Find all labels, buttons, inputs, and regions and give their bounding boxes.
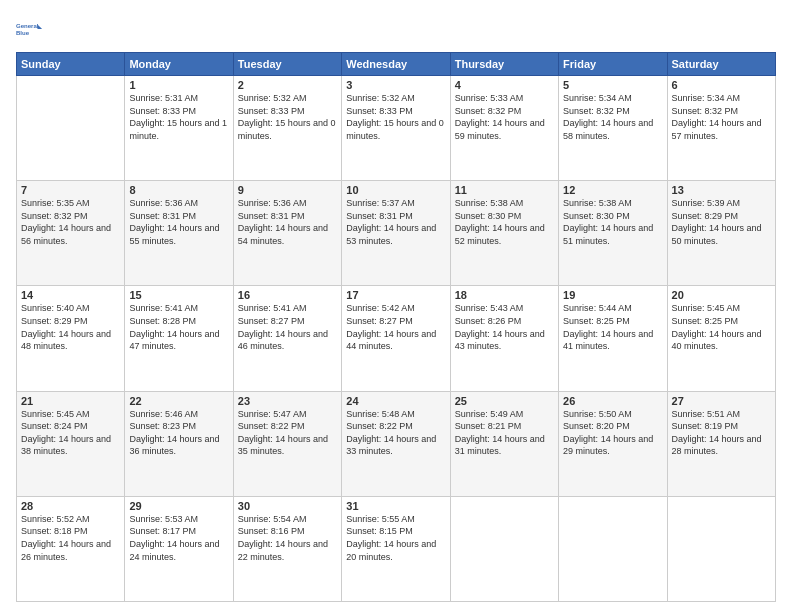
day-info: Sunrise: 5:32 AMSunset: 8:33 PMDaylight:… (346, 92, 445, 142)
day-info: Sunrise: 5:38 AMSunset: 8:30 PMDaylight:… (563, 197, 662, 247)
weekday-header-friday: Friday (559, 53, 667, 76)
weekday-header-tuesday: Tuesday (233, 53, 341, 76)
page: GeneralBlue SundayMondayTuesdayWednesday… (0, 0, 792, 612)
weekday-header-thursday: Thursday (450, 53, 558, 76)
calendar-cell (667, 496, 775, 601)
day-info: Sunrise: 5:37 AMSunset: 8:31 PMDaylight:… (346, 197, 445, 247)
day-number: 7 (21, 184, 120, 196)
day-number: 13 (672, 184, 771, 196)
calendar-cell: 28Sunrise: 5:52 AMSunset: 8:18 PMDayligh… (17, 496, 125, 601)
day-info: Sunrise: 5:44 AMSunset: 8:25 PMDaylight:… (563, 302, 662, 352)
logo-icon: GeneralBlue (16, 16, 44, 44)
day-number: 9 (238, 184, 337, 196)
day-number: 24 (346, 395, 445, 407)
day-number: 26 (563, 395, 662, 407)
day-number: 12 (563, 184, 662, 196)
week-row-3: 14Sunrise: 5:40 AMSunset: 8:29 PMDayligh… (17, 286, 776, 391)
day-info: Sunrise: 5:51 AMSunset: 8:19 PMDaylight:… (672, 408, 771, 458)
calendar-cell: 23Sunrise: 5:47 AMSunset: 8:22 PMDayligh… (233, 391, 341, 496)
svg-text:General: General (16, 23, 39, 29)
weekday-header-sunday: Sunday (17, 53, 125, 76)
day-number: 14 (21, 289, 120, 301)
day-number: 22 (129, 395, 228, 407)
calendar-cell: 31Sunrise: 5:55 AMSunset: 8:15 PMDayligh… (342, 496, 450, 601)
day-info: Sunrise: 5:38 AMSunset: 8:30 PMDaylight:… (455, 197, 554, 247)
day-info: Sunrise: 5:42 AMSunset: 8:27 PMDaylight:… (346, 302, 445, 352)
day-number: 15 (129, 289, 228, 301)
calendar-cell: 18Sunrise: 5:43 AMSunset: 8:26 PMDayligh… (450, 286, 558, 391)
calendar-cell (559, 496, 667, 601)
day-number: 27 (672, 395, 771, 407)
day-number: 21 (21, 395, 120, 407)
weekday-header-saturday: Saturday (667, 53, 775, 76)
day-info: Sunrise: 5:49 AMSunset: 8:21 PMDaylight:… (455, 408, 554, 458)
svg-text:Blue: Blue (16, 30, 30, 36)
calendar-cell: 16Sunrise: 5:41 AMSunset: 8:27 PMDayligh… (233, 286, 341, 391)
day-info: Sunrise: 5:55 AMSunset: 8:15 PMDaylight:… (346, 513, 445, 563)
day-info: Sunrise: 5:52 AMSunset: 8:18 PMDaylight:… (21, 513, 120, 563)
day-info: Sunrise: 5:41 AMSunset: 8:28 PMDaylight:… (129, 302, 228, 352)
week-row-5: 28Sunrise: 5:52 AMSunset: 8:18 PMDayligh… (17, 496, 776, 601)
calendar-cell (17, 76, 125, 181)
calendar-cell: 14Sunrise: 5:40 AMSunset: 8:29 PMDayligh… (17, 286, 125, 391)
day-number: 11 (455, 184, 554, 196)
week-row-2: 7Sunrise: 5:35 AMSunset: 8:32 PMDaylight… (17, 181, 776, 286)
day-number: 4 (455, 79, 554, 91)
calendar-cell: 4Sunrise: 5:33 AMSunset: 8:32 PMDaylight… (450, 76, 558, 181)
calendar-cell: 21Sunrise: 5:45 AMSunset: 8:24 PMDayligh… (17, 391, 125, 496)
week-row-1: 1Sunrise: 5:31 AMSunset: 8:33 PMDaylight… (17, 76, 776, 181)
day-number: 20 (672, 289, 771, 301)
day-info: Sunrise: 5:43 AMSunset: 8:26 PMDaylight:… (455, 302, 554, 352)
calendar-cell: 15Sunrise: 5:41 AMSunset: 8:28 PMDayligh… (125, 286, 233, 391)
calendar-cell: 22Sunrise: 5:46 AMSunset: 8:23 PMDayligh… (125, 391, 233, 496)
calendar-cell: 30Sunrise: 5:54 AMSunset: 8:16 PMDayligh… (233, 496, 341, 601)
day-info: Sunrise: 5:36 AMSunset: 8:31 PMDaylight:… (238, 197, 337, 247)
day-info: Sunrise: 5:45 AMSunset: 8:25 PMDaylight:… (672, 302, 771, 352)
week-row-4: 21Sunrise: 5:45 AMSunset: 8:24 PMDayligh… (17, 391, 776, 496)
day-info: Sunrise: 5:31 AMSunset: 8:33 PMDaylight:… (129, 92, 228, 142)
day-info: Sunrise: 5:50 AMSunset: 8:20 PMDaylight:… (563, 408, 662, 458)
calendar-table: SundayMondayTuesdayWednesdayThursdayFrid… (16, 52, 776, 602)
calendar-cell: 10Sunrise: 5:37 AMSunset: 8:31 PMDayligh… (342, 181, 450, 286)
weekday-header-wednesday: Wednesday (342, 53, 450, 76)
calendar-cell: 27Sunrise: 5:51 AMSunset: 8:19 PMDayligh… (667, 391, 775, 496)
calendar-cell: 1Sunrise: 5:31 AMSunset: 8:33 PMDaylight… (125, 76, 233, 181)
header: GeneralBlue (16, 16, 776, 44)
day-info: Sunrise: 5:32 AMSunset: 8:33 PMDaylight:… (238, 92, 337, 142)
calendar-cell: 7Sunrise: 5:35 AMSunset: 8:32 PMDaylight… (17, 181, 125, 286)
calendar-cell: 2Sunrise: 5:32 AMSunset: 8:33 PMDaylight… (233, 76, 341, 181)
day-number: 28 (21, 500, 120, 512)
day-info: Sunrise: 5:41 AMSunset: 8:27 PMDaylight:… (238, 302, 337, 352)
day-info: Sunrise: 5:54 AMSunset: 8:16 PMDaylight:… (238, 513, 337, 563)
day-number: 3 (346, 79, 445, 91)
calendar-cell: 11Sunrise: 5:38 AMSunset: 8:30 PMDayligh… (450, 181, 558, 286)
calendar-cell (450, 496, 558, 601)
day-number: 18 (455, 289, 554, 301)
calendar-cell: 17Sunrise: 5:42 AMSunset: 8:27 PMDayligh… (342, 286, 450, 391)
day-number: 30 (238, 500, 337, 512)
day-number: 19 (563, 289, 662, 301)
calendar-cell: 12Sunrise: 5:38 AMSunset: 8:30 PMDayligh… (559, 181, 667, 286)
day-number: 6 (672, 79, 771, 91)
weekday-header-row: SundayMondayTuesdayWednesdayThursdayFrid… (17, 53, 776, 76)
day-info: Sunrise: 5:34 AMSunset: 8:32 PMDaylight:… (672, 92, 771, 142)
calendar-cell: 6Sunrise: 5:34 AMSunset: 8:32 PMDaylight… (667, 76, 775, 181)
day-number: 29 (129, 500, 228, 512)
calendar-cell: 24Sunrise: 5:48 AMSunset: 8:22 PMDayligh… (342, 391, 450, 496)
day-number: 16 (238, 289, 337, 301)
calendar-cell: 9Sunrise: 5:36 AMSunset: 8:31 PMDaylight… (233, 181, 341, 286)
logo: GeneralBlue (16, 16, 48, 44)
day-info: Sunrise: 5:40 AMSunset: 8:29 PMDaylight:… (21, 302, 120, 352)
calendar-cell: 25Sunrise: 5:49 AMSunset: 8:21 PMDayligh… (450, 391, 558, 496)
calendar-cell: 5Sunrise: 5:34 AMSunset: 8:32 PMDaylight… (559, 76, 667, 181)
day-number: 25 (455, 395, 554, 407)
calendar-cell: 20Sunrise: 5:45 AMSunset: 8:25 PMDayligh… (667, 286, 775, 391)
day-number: 2 (238, 79, 337, 91)
day-number: 5 (563, 79, 662, 91)
day-number: 10 (346, 184, 445, 196)
day-info: Sunrise: 5:36 AMSunset: 8:31 PMDaylight:… (129, 197, 228, 247)
calendar-cell: 8Sunrise: 5:36 AMSunset: 8:31 PMDaylight… (125, 181, 233, 286)
day-info: Sunrise: 5:39 AMSunset: 8:29 PMDaylight:… (672, 197, 771, 247)
calendar-cell: 29Sunrise: 5:53 AMSunset: 8:17 PMDayligh… (125, 496, 233, 601)
calendar-cell: 3Sunrise: 5:32 AMSunset: 8:33 PMDaylight… (342, 76, 450, 181)
